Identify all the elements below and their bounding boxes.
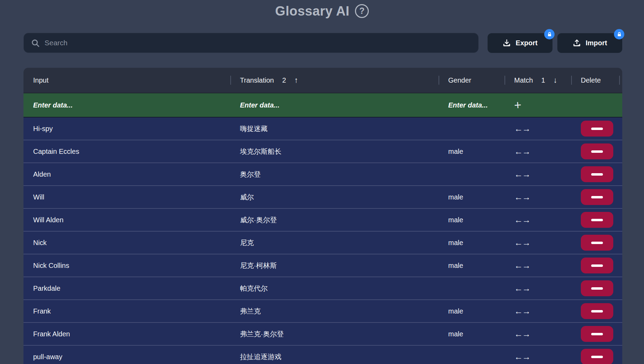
gender-cell[interactable]: male [439, 262, 504, 270]
table-row: Will Alden 威尔·奥尔登 male ←→ [23, 208, 622, 231]
match-toggle-icon[interactable]: ←→ [504, 169, 571, 179]
delete-cell [571, 280, 622, 296]
input-cell[interactable]: Alden [23, 170, 230, 178]
translation-cell[interactable]: 奥尔登 [230, 170, 439, 179]
add-entry-cell: + [504, 99, 571, 111]
match-toggle-icon[interactable]: ←→ [504, 329, 571, 339]
match-toggle-icon[interactable]: ←→ [504, 147, 571, 157]
column-count-badge: 2 [282, 76, 286, 84]
translation-cell[interactable]: 威尔 [230, 193, 439, 202]
translation-cell[interactable]: 拉扯追逐游戏 [230, 352, 439, 362]
minus-icon [591, 333, 603, 335]
search-bar [23, 33, 479, 53]
new-entry-gender-field[interactable]: Enter data... [439, 101, 504, 109]
input-cell[interactable]: Hi-spy [23, 125, 230, 133]
table-row: Frank 弗兰克 male ←→ [23, 299, 622, 322]
delete-cell [571, 349, 622, 364]
new-entry-translation-field[interactable]: Enter data... [230, 101, 439, 109]
lock-icon [617, 32, 622, 37]
import-label: Import [586, 39, 607, 47]
translation-cell[interactable]: 威尔·奥尔登 [230, 215, 439, 225]
table-row: Alden 奥尔登 ←→ [23, 162, 622, 185]
delete-cell [571, 166, 622, 182]
input-cell[interactable]: Frank Alden [23, 330, 230, 338]
column-label: Delete [581, 76, 601, 84]
delete-row-button[interactable] [581, 280, 613, 296]
input-cell[interactable]: Will [23, 193, 230, 201]
input-cell[interactable]: pull-away [23, 353, 230, 361]
match-toggle-icon[interactable]: ←→ [504, 306, 571, 316]
match-toggle-icon[interactable]: ←→ [504, 352, 571, 362]
gender-cell[interactable]: male [439, 307, 504, 315]
translation-cell[interactable]: 弗兰克·奥尔登 [230, 329, 439, 339]
input-cell[interactable]: Will Alden [23, 216, 230, 224]
delete-cell [571, 212, 622, 228]
input-cell[interactable]: Nick [23, 239, 230, 247]
match-toggle-icon[interactable]: ←→ [504, 283, 571, 293]
translation-cell[interactable]: 帕克代尔 [230, 284, 439, 293]
delete-row-button[interactable] [581, 189, 613, 205]
delete-cell [571, 121, 622, 137]
table-row: Will 威尔 male ←→ [23, 185, 622, 208]
table-row: Captain Eccles 埃克尔斯船长 male ←→ [23, 140, 622, 162]
input-cell[interactable]: Nick Collins [23, 262, 230, 270]
table-row: Nick 尼克 male ←→ [23, 231, 622, 254]
translation-cell[interactable]: 嗨捉迷藏 [230, 124, 439, 133]
add-row-button[interactable]: + [514, 99, 522, 111]
gender-cell[interactable]: male [439, 330, 504, 338]
lock-icon [547, 32, 552, 37]
table-row: Parkdale 帕克代尔 ←→ [23, 277, 622, 299]
match-toggle-icon[interactable]: ←→ [504, 124, 571, 134]
export-label: Export [516, 39, 537, 47]
export-button[interactable]: Export [488, 33, 552, 53]
search-icon [31, 38, 40, 48]
export-lock-badge [544, 29, 555, 39]
gender-cell[interactable]: male [439, 193, 504, 201]
match-toggle-icon[interactable]: ←→ [504, 238, 571, 248]
match-toggle-icon[interactable]: ←→ [504, 261, 571, 271]
delete-cell [571, 235, 622, 251]
input-cell[interactable]: Captain Eccles [23, 148, 230, 156]
minus-icon [591, 173, 603, 176]
delete-row-button[interactable] [581, 258, 613, 273]
delete-row-button[interactable] [581, 349, 613, 364]
translation-cell[interactable]: 尼克 [230, 238, 439, 248]
match-toggle-icon[interactable]: ←→ [504, 192, 571, 202]
translation-cell[interactable]: 埃克尔斯船长 [230, 147, 439, 156]
delete-row-button[interactable] [581, 235, 613, 251]
new-entry-input-field[interactable]: Enter data... [23, 101, 230, 109]
column-label: Translation [240, 76, 274, 84]
delete-row-button[interactable] [581, 303, 613, 319]
minus-icon [591, 242, 603, 244]
search-input[interactable] [45, 39, 471, 47]
delete-row-button[interactable] [581, 166, 613, 182]
match-toggle-icon[interactable]: ←→ [504, 215, 571, 225]
new-entry-row: Enter data... Enter data... Enter data..… [23, 93, 622, 117]
translation-cell[interactable]: 弗兰克 [230, 307, 439, 316]
minus-icon [591, 310, 603, 312]
column-header-translation[interactable]: Translation 2 ↑ [230, 68, 439, 93]
delete-row-button[interactable] [581, 121, 613, 137]
input-cell[interactable]: Frank [23, 307, 230, 315]
table-row: pull-away 拉扯追逐游戏 ←→ [23, 345, 622, 364]
delete-row-button[interactable] [581, 143, 613, 159]
table-row: Nick Collins 尼克·柯林斯 male ←→ [23, 254, 622, 277]
help-icon[interactable]: ? [355, 4, 369, 18]
column-header-input[interactable]: Input [23, 68, 230, 93]
import-button[interactable]: Import [557, 33, 622, 53]
import-lock-badge [614, 29, 624, 39]
minus-icon [591, 219, 603, 221]
gender-cell[interactable]: male [439, 148, 504, 156]
delete-cell [571, 326, 622, 342]
input-cell[interactable]: Parkdale [23, 284, 230, 292]
delete-row-button[interactable] [581, 212, 613, 228]
table-body: Hi-spy 嗨捉迷藏 ←→ Captain Eccles 埃克尔斯船长 mal… [23, 117, 622, 364]
column-header-match[interactable]: Match 1 ↓ [504, 68, 571, 93]
column-header-gender[interactable]: Gender [439, 68, 504, 93]
translation-cell[interactable]: 尼克·柯林斯 [230, 261, 439, 270]
column-label: Gender [448, 76, 471, 84]
gender-cell[interactable]: male [439, 216, 504, 224]
gender-cell[interactable]: male [439, 239, 504, 247]
table-row: Frank Alden 弗兰克·奥尔登 male ←→ [23, 322, 622, 345]
delete-row-button[interactable] [581, 326, 613, 342]
